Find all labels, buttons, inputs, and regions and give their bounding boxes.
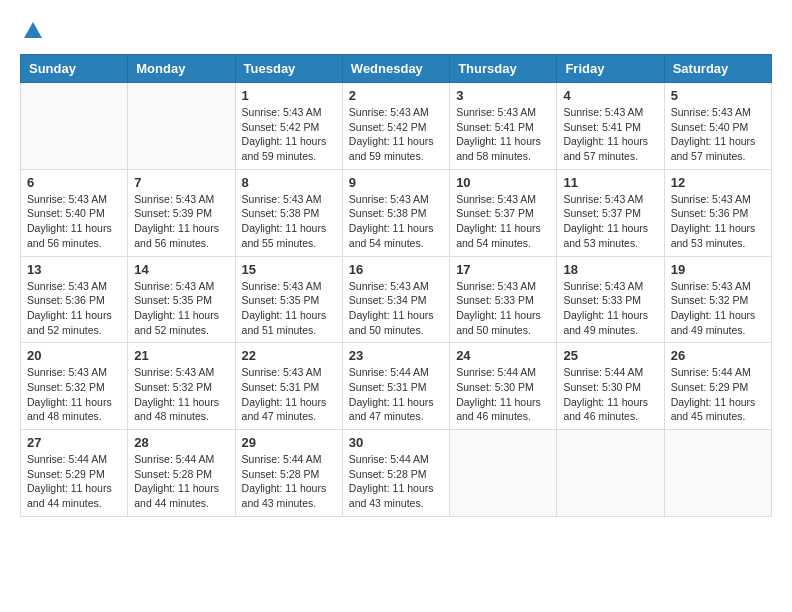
calendar-week-row: 20Sunrise: 5:43 AM Sunset: 5:32 PM Dayli… — [21, 343, 772, 430]
day-number: 30 — [349, 435, 443, 450]
calendar-table: SundayMondayTuesdayWednesdayThursdayFrid… — [20, 54, 772, 517]
calendar-cell: 29Sunrise: 5:44 AM Sunset: 5:28 PM Dayli… — [235, 430, 342, 517]
day-number: 5 — [671, 88, 765, 103]
day-detail: Sunrise: 5:43 AM Sunset: 5:36 PM Dayligh… — [27, 279, 121, 338]
day-detail: Sunrise: 5:43 AM Sunset: 5:38 PM Dayligh… — [349, 192, 443, 251]
day-number: 21 — [134, 348, 228, 363]
day-detail: Sunrise: 5:43 AM Sunset: 5:32 PM Dayligh… — [671, 279, 765, 338]
day-number: 15 — [242, 262, 336, 277]
day-detail: Sunrise: 5:43 AM Sunset: 5:39 PM Dayligh… — [134, 192, 228, 251]
day-detail: Sunrise: 5:44 AM Sunset: 5:28 PM Dayligh… — [242, 452, 336, 511]
calendar-week-row: 1Sunrise: 5:43 AM Sunset: 5:42 PM Daylig… — [21, 83, 772, 170]
page-header — [20, 20, 772, 38]
calendar-cell: 4Sunrise: 5:43 AM Sunset: 5:41 PM Daylig… — [557, 83, 664, 170]
logo — [20, 20, 46, 38]
calendar-week-row: 13Sunrise: 5:43 AM Sunset: 5:36 PM Dayli… — [21, 256, 772, 343]
day-detail: Sunrise: 5:44 AM Sunset: 5:29 PM Dayligh… — [27, 452, 121, 511]
day-detail: Sunrise: 5:43 AM Sunset: 5:35 PM Dayligh… — [242, 279, 336, 338]
day-detail: Sunrise: 5:44 AM Sunset: 5:30 PM Dayligh… — [563, 365, 657, 424]
day-number: 20 — [27, 348, 121, 363]
calendar-day-header: Monday — [128, 55, 235, 83]
calendar-cell — [664, 430, 771, 517]
calendar-week-row: 6Sunrise: 5:43 AM Sunset: 5:40 PM Daylig… — [21, 169, 772, 256]
calendar-day-header: Tuesday — [235, 55, 342, 83]
day-number: 24 — [456, 348, 550, 363]
day-detail: Sunrise: 5:44 AM Sunset: 5:28 PM Dayligh… — [349, 452, 443, 511]
calendar-day-header: Friday — [557, 55, 664, 83]
day-detail: Sunrise: 5:43 AM Sunset: 5:34 PM Dayligh… — [349, 279, 443, 338]
day-number: 14 — [134, 262, 228, 277]
calendar-cell — [450, 430, 557, 517]
day-detail: Sunrise: 5:43 AM Sunset: 5:40 PM Dayligh… — [671, 105, 765, 164]
logo-icon — [22, 20, 44, 42]
day-detail: Sunrise: 5:44 AM Sunset: 5:30 PM Dayligh… — [456, 365, 550, 424]
day-number: 11 — [563, 175, 657, 190]
calendar-cell: 12Sunrise: 5:43 AM Sunset: 5:36 PM Dayli… — [664, 169, 771, 256]
calendar-cell — [128, 83, 235, 170]
calendar-cell: 8Sunrise: 5:43 AM Sunset: 5:38 PM Daylig… — [235, 169, 342, 256]
day-number: 26 — [671, 348, 765, 363]
day-detail: Sunrise: 5:43 AM Sunset: 5:38 PM Dayligh… — [242, 192, 336, 251]
day-number: 18 — [563, 262, 657, 277]
day-detail: Sunrise: 5:43 AM Sunset: 5:42 PM Dayligh… — [242, 105, 336, 164]
calendar-cell: 24Sunrise: 5:44 AM Sunset: 5:30 PM Dayli… — [450, 343, 557, 430]
calendar-cell — [557, 430, 664, 517]
calendar-day-header: Thursday — [450, 55, 557, 83]
day-number: 23 — [349, 348, 443, 363]
day-detail: Sunrise: 5:43 AM Sunset: 5:33 PM Dayligh… — [456, 279, 550, 338]
day-detail: Sunrise: 5:43 AM Sunset: 5:31 PM Dayligh… — [242, 365, 336, 424]
day-number: 13 — [27, 262, 121, 277]
day-number: 10 — [456, 175, 550, 190]
day-number: 19 — [671, 262, 765, 277]
calendar-cell: 27Sunrise: 5:44 AM Sunset: 5:29 PM Dayli… — [21, 430, 128, 517]
day-detail: Sunrise: 5:43 AM Sunset: 5:37 PM Dayligh… — [456, 192, 550, 251]
calendar-cell: 10Sunrise: 5:43 AM Sunset: 5:37 PM Dayli… — [450, 169, 557, 256]
calendar-day-header: Sunday — [21, 55, 128, 83]
day-detail: Sunrise: 5:43 AM Sunset: 5:41 PM Dayligh… — [456, 105, 550, 164]
day-number: 6 — [27, 175, 121, 190]
calendar-week-row: 27Sunrise: 5:44 AM Sunset: 5:29 PM Dayli… — [21, 430, 772, 517]
day-detail: Sunrise: 5:44 AM Sunset: 5:29 PM Dayligh… — [671, 365, 765, 424]
day-detail: Sunrise: 5:43 AM Sunset: 5:36 PM Dayligh… — [671, 192, 765, 251]
calendar-cell: 23Sunrise: 5:44 AM Sunset: 5:31 PM Dayli… — [342, 343, 449, 430]
calendar-cell: 25Sunrise: 5:44 AM Sunset: 5:30 PM Dayli… — [557, 343, 664, 430]
calendar-cell: 15Sunrise: 5:43 AM Sunset: 5:35 PM Dayli… — [235, 256, 342, 343]
calendar-cell: 9Sunrise: 5:43 AM Sunset: 5:38 PM Daylig… — [342, 169, 449, 256]
day-number: 16 — [349, 262, 443, 277]
day-number: 1 — [242, 88, 336, 103]
calendar-header-row: SundayMondayTuesdayWednesdayThursdayFrid… — [21, 55, 772, 83]
day-number: 29 — [242, 435, 336, 450]
day-number: 2 — [349, 88, 443, 103]
calendar-cell: 11Sunrise: 5:43 AM Sunset: 5:37 PM Dayli… — [557, 169, 664, 256]
day-number: 12 — [671, 175, 765, 190]
day-number: 17 — [456, 262, 550, 277]
calendar-cell: 20Sunrise: 5:43 AM Sunset: 5:32 PM Dayli… — [21, 343, 128, 430]
calendar-cell: 30Sunrise: 5:44 AM Sunset: 5:28 PM Dayli… — [342, 430, 449, 517]
calendar-cell: 6Sunrise: 5:43 AM Sunset: 5:40 PM Daylig… — [21, 169, 128, 256]
day-number: 28 — [134, 435, 228, 450]
day-number: 9 — [349, 175, 443, 190]
day-detail: Sunrise: 5:43 AM Sunset: 5:42 PM Dayligh… — [349, 105, 443, 164]
day-detail: Sunrise: 5:43 AM Sunset: 5:33 PM Dayligh… — [563, 279, 657, 338]
calendar-cell: 5Sunrise: 5:43 AM Sunset: 5:40 PM Daylig… — [664, 83, 771, 170]
day-detail: Sunrise: 5:44 AM Sunset: 5:31 PM Dayligh… — [349, 365, 443, 424]
calendar-cell: 21Sunrise: 5:43 AM Sunset: 5:32 PM Dayli… — [128, 343, 235, 430]
day-number: 4 — [563, 88, 657, 103]
calendar-cell: 26Sunrise: 5:44 AM Sunset: 5:29 PM Dayli… — [664, 343, 771, 430]
day-number: 25 — [563, 348, 657, 363]
calendar-day-header: Saturday — [664, 55, 771, 83]
day-number: 7 — [134, 175, 228, 190]
day-number: 8 — [242, 175, 336, 190]
day-detail: Sunrise: 5:43 AM Sunset: 5:37 PM Dayligh… — [563, 192, 657, 251]
calendar-cell: 1Sunrise: 5:43 AM Sunset: 5:42 PM Daylig… — [235, 83, 342, 170]
calendar-cell: 7Sunrise: 5:43 AM Sunset: 5:39 PM Daylig… — [128, 169, 235, 256]
calendar-cell: 19Sunrise: 5:43 AM Sunset: 5:32 PM Dayli… — [664, 256, 771, 343]
day-detail: Sunrise: 5:43 AM Sunset: 5:40 PM Dayligh… — [27, 192, 121, 251]
calendar-cell: 13Sunrise: 5:43 AM Sunset: 5:36 PM Dayli… — [21, 256, 128, 343]
day-detail: Sunrise: 5:43 AM Sunset: 5:32 PM Dayligh… — [134, 365, 228, 424]
svg-marker-0 — [24, 22, 42, 38]
calendar-cell: 16Sunrise: 5:43 AM Sunset: 5:34 PM Dayli… — [342, 256, 449, 343]
calendar-cell: 28Sunrise: 5:44 AM Sunset: 5:28 PM Dayli… — [128, 430, 235, 517]
calendar-cell: 2Sunrise: 5:43 AM Sunset: 5:42 PM Daylig… — [342, 83, 449, 170]
day-number: 3 — [456, 88, 550, 103]
